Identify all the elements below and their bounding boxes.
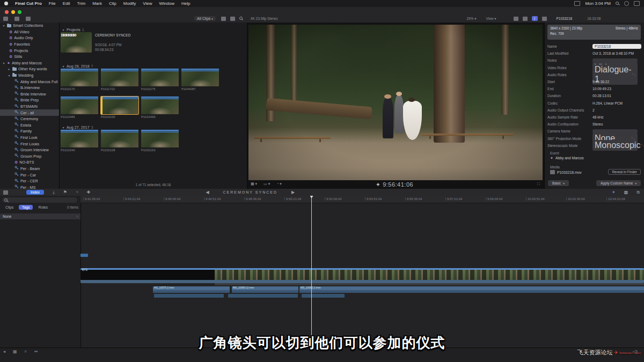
inspector-audio-tab-icon[interactable] bbox=[523, 17, 528, 21]
project-name[interactable]: CEREMONY SYNCED bbox=[95, 33, 133, 38]
sidebar-item-all-video[interactable]: ⚙All Video bbox=[0, 29, 59, 35]
browser-clip-thumbnail[interactable] bbox=[181, 69, 219, 86]
keyword-editor-icon[interactable]: ⚑ bbox=[63, 190, 67, 195]
close-window-button[interactable] bbox=[5, 10, 9, 14]
sidebar-item-no-bts[interactable]: ⚙NO-BTS bbox=[0, 159, 59, 166]
menu-item-view[interactable]: View bbox=[143, 1, 152, 6]
browser-clip-thumbnail[interactable] bbox=[61, 130, 98, 147]
disclosure-down-icon[interactable]: ▾ bbox=[62, 64, 65, 68]
clip-appearance-icon[interactable] bbox=[221, 17, 226, 21]
event-name[interactable]: Abby and Marcos bbox=[555, 156, 584, 160]
sidebar-item-groom-prep[interactable]: Groom Prep bbox=[0, 153, 59, 159]
sidebar-item-audio-only[interactable]: ⚙Audio Only bbox=[0, 35, 59, 41]
disclosure-right-icon[interactable]: ▸ bbox=[8, 67, 11, 71]
tools-dropdown-icon[interactable]: ✚ bbox=[87, 190, 91, 195]
index-tab-clips[interactable]: Clips bbox=[2, 205, 17, 210]
timeline-history-back-icon[interactable]: ◀ bbox=[206, 190, 209, 195]
timeline-history-forward-icon[interactable]: ▶ bbox=[291, 190, 295, 195]
sidebar-item-b-interview[interactable]: B-Interview bbox=[0, 85, 59, 91]
timeline-video-clip[interactable]: BTS bbox=[80, 268, 644, 283]
browser-group-header[interactable]: Aug 27, 2017 bbox=[67, 125, 90, 130]
sidebar-item-family[interactable]: Family bbox=[0, 128, 59, 135]
sidebar-item-projects[interactable]: ⚙Projects bbox=[0, 47, 59, 54]
sidebar-item-ceremony[interactable]: Ceremony bbox=[0, 116, 59, 122]
sidebar-item-per-ms[interactable]: Per - MS bbox=[0, 184, 59, 189]
index-list-row[interactable]: None› bbox=[0, 213, 80, 219]
browser-group-header[interactable]: Projects bbox=[67, 27, 80, 32]
sidebar-item-per-car[interactable]: Per - Car bbox=[0, 172, 59, 178]
display-mirroring-icon[interactable] bbox=[574, 1, 580, 6]
browser-clip-thumbnail[interactable] bbox=[141, 97, 179, 114]
effects-browser-icon[interactable]: ▩ bbox=[624, 190, 628, 195]
control-center-icon[interactable] bbox=[624, 1, 629, 6]
apple-menu-icon[interactable] bbox=[4, 2, 8, 5]
browser-clip-thumbnail[interactable] bbox=[61, 97, 98, 114]
timeline-audio-clip[interactable] bbox=[154, 294, 224, 298]
disclosure-down-icon[interactable]: ▾ bbox=[2, 61, 5, 65]
sidebar-item-btsmain[interactable]: BTSMAIN bbox=[0, 104, 59, 110]
viewer-video-frame[interactable] bbox=[248, 25, 543, 180]
index-tab-tags[interactable]: Tags bbox=[19, 205, 33, 210]
inspector-video-tab-icon[interactable] bbox=[514, 17, 518, 21]
sidebar-item-cer-all[interactable]: Cer - all bbox=[0, 109, 59, 116]
index-tab-roles[interactable]: Roles bbox=[35, 205, 50, 210]
menu-item-modify[interactable]: Modify bbox=[123, 1, 136, 6]
sidebar-item-wedding[interactable]: ▾Wedding bbox=[0, 72, 59, 79]
menu-item-edit[interactable]: Edit bbox=[63, 1, 70, 6]
field-value-dropdown[interactable]: Monoscopic⌃⌄ bbox=[592, 140, 638, 151]
sidebar-item-first-look[interactable]: First Look bbox=[0, 135, 59, 141]
sidebar-item-favorites[interactable]: ⚙Favorites bbox=[0, 41, 59, 48]
browser-clip-thumbnail[interactable] bbox=[101, 130, 138, 147]
notification-center-icon[interactable] bbox=[634, 1, 640, 6]
reveal-in-finder-button[interactable]: Reveal in Finder bbox=[608, 169, 641, 175]
viewer-view-dropdown[interactable]: View ▾ bbox=[486, 17, 496, 21]
sidebar-item-bride-prep[interactable]: Bride Prep bbox=[0, 97, 59, 104]
sidebar-item-per-beam[interactable]: Per - Beam bbox=[0, 166, 59, 172]
playhead[interactable] bbox=[311, 196, 312, 348]
menu-item-mark[interactable]: Mark bbox=[92, 1, 102, 6]
disclosure-down-icon[interactable]: ▾ bbox=[8, 73, 11, 77]
disclosure-down-icon[interactable]: ▾ bbox=[62, 28, 65, 32]
apply-custom-name-dropdown[interactable]: Apply Custom Name▾ bbox=[596, 180, 641, 186]
sidebar-item-abby-and-marcos[interactable]: ▾✦Abby and Marcos bbox=[0, 60, 59, 67]
clip-media-dropdown-icon[interactable]: ▦ ▾ bbox=[251, 182, 257, 186]
timeline-ruler[interactable]: 9:41:36:049:43:21:049:45:06:049:46:51:04… bbox=[80, 196, 644, 203]
sidebar-toggle-icon[interactable] bbox=[3, 190, 8, 195]
viewer-zoom-dropdown[interactable]: 29% ▾ bbox=[466, 17, 476, 21]
background-tasks-icon[interactable]: ◔ bbox=[76, 190, 78, 195]
index-search-field[interactable] bbox=[2, 197, 77, 203]
timeline-audio-clip[interactable]: AG_10075 2.mov bbox=[153, 286, 230, 293]
timeline-audio-clip[interactable] bbox=[228, 294, 298, 298]
browser-clip-thumbnail[interactable] bbox=[141, 69, 179, 86]
zoom-window-button[interactable] bbox=[18, 10, 21, 14]
sidebar-item-first-looks[interactable]: First Looks bbox=[0, 141, 59, 147]
menu-item-file[interactable]: File bbox=[49, 1, 56, 6]
metadata-view-dropdown[interactable]: Basic▾ bbox=[548, 180, 569, 186]
timeline-project-name[interactable]: CEREMONY SYNCED bbox=[223, 190, 277, 194]
transitions-browser-icon[interactable]: ⧉ bbox=[636, 190, 640, 195]
sidebar-item-estela[interactable]: Estela bbox=[0, 122, 59, 129]
retime-dropdown-icon[interactable]: ◔ ▾ bbox=[276, 182, 282, 186]
import-media-icon[interactable]: ⤓ bbox=[53, 190, 55, 195]
disclosure-down-icon[interactable]: ▾ bbox=[2, 24, 5, 27]
sidebar-item-abby-and-marcos-full[interactable]: Abby and Marcos Full bbox=[0, 78, 59, 85]
sidebar-item-smart-collections[interactable]: ▾Smart Collections bbox=[0, 23, 59, 29]
sidebar-item-groom-interview[interactable]: Groom Interview bbox=[0, 147, 59, 153]
browser-clip-thumbnail[interactable] bbox=[141, 130, 179, 147]
menu-item-trim[interactable]: Trim bbox=[77, 1, 85, 6]
menu-clock[interactable]: Mon 3:04 PM bbox=[585, 1, 611, 6]
index-button[interactable]: Index bbox=[26, 190, 44, 195]
inspector-share-tab-icon[interactable] bbox=[542, 17, 547, 21]
field-value-input[interactable]: P1033218 bbox=[592, 44, 641, 49]
timeline-audio-clip[interactable]: MS_10083 (2.mov bbox=[232, 286, 298, 293]
menu-item-final-cut-pro[interactable]: Final Cut Pro bbox=[15, 1, 42, 6]
show-libraries-sidebar-icon[interactable] bbox=[3, 17, 8, 21]
photos-audio-sidebar-icon[interactable] bbox=[14, 17, 19, 21]
menu-item-clip[interactable]: Clip bbox=[109, 1, 116, 6]
spotlight-icon[interactable] bbox=[616, 2, 619, 5]
sidebar-item-stills[interactable]: ⚙Stills bbox=[0, 54, 59, 60]
browser-clip-thumbnail[interactable] bbox=[101, 69, 138, 86]
duration-slider-icon[interactable] bbox=[230, 17, 235, 21]
sidebar-item-other-key-words[interactable]: ▸Other Key words bbox=[0, 66, 59, 72]
sidebar-item-per-cer[interactable]: Per - CER bbox=[0, 178, 59, 184]
